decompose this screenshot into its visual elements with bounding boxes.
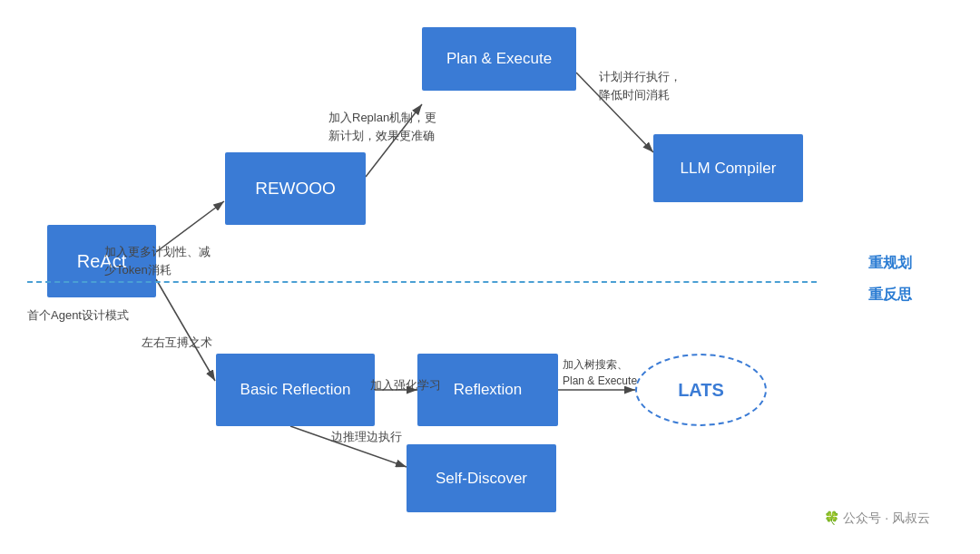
label-reinforce: 加入强化学习 xyxy=(370,376,441,394)
plan-execute-label: Plan & Execute xyxy=(446,50,552,68)
divider-line xyxy=(27,281,817,283)
label-first-agent: 首个Agent设计模式 xyxy=(27,306,129,325)
label-leftright: 左右互搏之术 xyxy=(142,334,212,352)
svg-line-4 xyxy=(156,279,215,381)
node-lats: LATS xyxy=(635,354,767,426)
basic-reflection-label: Basic Reflection xyxy=(240,381,351,399)
node-plan-execute: Plan & Execute xyxy=(422,27,576,91)
label-more-planning: 加入更多计划性、减少Token消耗 xyxy=(104,243,211,278)
watermark: 🍀 公众号 · 风叔云 xyxy=(824,510,930,527)
node-self-discover: Self-Discover xyxy=(407,444,556,512)
node-basic-reflection: Basic Reflection xyxy=(216,354,375,426)
label-parallel: 计划并行执行，降低时间消耗 xyxy=(599,68,681,103)
lats-label: LATS xyxy=(678,380,724,401)
diagram-container: ReAct REWOOO Plan & Execute LLM Compiler… xyxy=(0,0,980,554)
self-discover-label: Self-Discover xyxy=(436,470,527,488)
section-label-replan: 重规划 xyxy=(868,254,912,273)
node-llm-compiler: LLM Compiler xyxy=(653,134,803,202)
reflextion-label: Reflextion xyxy=(454,381,523,399)
label-edge-reason: 边推理边执行 xyxy=(331,428,402,446)
rewooo-label: REWOOO xyxy=(255,179,336,199)
label-tree-search: 加入树搜索、Plan & Execute xyxy=(563,356,637,389)
llm-compiler-label: LLM Compiler xyxy=(681,160,777,178)
section-label-rethink: 重反思 xyxy=(868,286,912,305)
node-rewooo: REWOOO xyxy=(225,152,366,225)
label-replan: 加入Replan机制，更新计划，效果更准确 xyxy=(328,109,436,144)
